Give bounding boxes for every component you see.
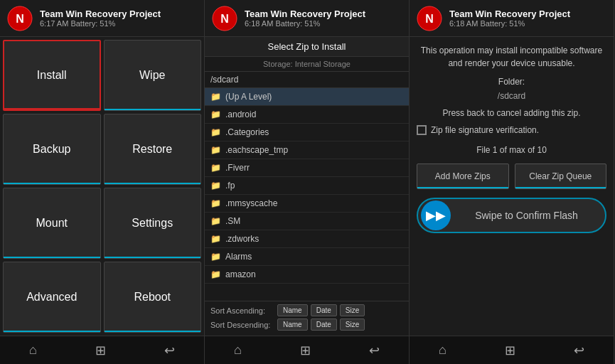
add-more-zips-button[interactable]: Add More Zips [417,164,509,189]
back-icon[interactable]: ↩ [164,343,175,358]
menu-icon-2[interactable]: ⊞ [300,343,311,358]
panel3-bottom-nav: ⌂ ⊞ ↩ [410,336,614,364]
panel2-header: N Team Win Recovery Project 6:18 AM Batt… [205,0,409,37]
panel2-title: Team Win Recovery Project [245,9,365,19]
svg-text:N: N [425,13,434,25]
cancel-text: Press back to cancel adding this zip. [417,108,606,118]
swipe-text: Swipe to Confirm Flash [451,210,602,221]
main-grid: Install Wipe Backup Restore Mount Settin… [0,37,204,336]
settings-button[interactable]: Settings [104,188,202,259]
twrp-logo-3: N [417,6,442,31]
folder-path: /sdcard [417,91,606,101]
twrp-logo-2: N [212,6,237,31]
panel1-bottom-nav: ⌂ ⊞ ↩ [0,336,204,364]
back-icon-2[interactable]: ↩ [369,343,380,358]
sort-ascending-row: Sort Ascending: Name Date Size [210,304,403,316]
swipe-confirm-flash-button[interactable]: ▶▶ Swipe to Confirm Flash [417,198,606,233]
folder-icon: 📁 [210,127,221,137]
folder-up-icon: 📁 [210,92,221,102]
reboot-button[interactable]: Reboot [104,262,202,333]
panel1-title: Team Win Recovery Project [40,9,161,19]
folder-icon: 📁 [210,109,221,119]
header-text-2: Team Win Recovery Project 6:18 AM Batter… [245,9,365,28]
svg-text:N: N [16,13,24,25]
sort-asc-size-button[interactable]: Size [340,304,365,316]
backup-button[interactable]: Backup [3,114,101,185]
list-item[interactable]: 📁 .zdworks [205,230,409,248]
folder-icon: 📁 [210,269,221,279]
back-icon-3[interactable]: ↩ [574,343,584,358]
sort-desc-size-button[interactable]: Size [340,318,365,331]
twrp-logo: N [7,6,33,31]
folder-icon: 📁 [210,163,221,173]
menu-icon-3[interactable]: ⊞ [505,343,515,358]
clear-zip-queue-button[interactable]: Clear Zip Queue [515,164,607,189]
list-item[interactable]: 📁 .android [205,106,409,124]
folder-icon: 📁 [210,234,221,244]
swipe-arrow-icon: ▶▶ [426,208,446,223]
list-item[interactable]: 📁 .SM [205,213,409,230]
list-item[interactable]: 📁 .fp [205,177,409,195]
header-text-1: Team Win Recovery Project 6:17 AM Batter… [40,9,161,28]
list-item[interactable]: 📁 .Categories [205,124,409,141]
file-list: 📁 (Up A Level) 📁 .android 📁 .Categories … [205,88,409,301]
storage-bar: Storage: Internal Storage [205,57,409,72]
home-icon-2[interactable]: ⌂ [234,343,242,358]
panel2-status: 6:18 AM Battery: 51% [245,19,365,28]
panel1-header: N Team Win Recovery Project 6:17 AM Batt… [0,0,204,37]
list-item[interactable]: 📁 Alarms [205,248,409,266]
file-item-up[interactable]: 📁 (Up A Level) [205,88,409,106]
panel2-content: Select Zip to Install Storage: Internal … [205,37,409,336]
folder-icon: 📁 [210,181,221,191]
action-buttons: Add More Zips Clear Zip Queue [417,164,606,189]
panel2-bottom-nav: ⌂ ⊞ ↩ [205,336,409,364]
install-button[interactable]: Install [3,40,101,111]
sort-asc-date-button[interactable]: Date [311,304,337,316]
file-count: File 1 of max of 10 [417,145,606,155]
svg-text:N: N [220,13,229,25]
mount-button[interactable]: Mount [3,188,101,259]
folder-icon: 📁 [210,198,221,208]
panel-main-menu: N Team Win Recovery Project 6:17 AM Batt… [0,0,205,364]
folder-icon: 📁 [210,252,221,262]
wipe-button[interactable]: Wipe [104,40,202,111]
sort-section: Sort Ascending: Name Date Size Sort Desc… [205,301,409,336]
menu-icon[interactable]: ⊞ [95,343,106,358]
panel3-title: Team Win Recovery Project [449,9,570,19]
list-item[interactable]: 📁 .Fiverr [205,159,409,177]
panel3-status: 6:18 AM Battery: 51% [449,19,570,28]
signature-checkbox[interactable] [417,125,427,135]
select-zip-title: Select Zip to Install [205,37,409,57]
panel-confirm-flash: N Team Win Recovery Project 6:18 AM Batt… [410,0,614,364]
sort-desc-name-button[interactable]: Name [277,318,308,331]
sort-desc-date-button[interactable]: Date [311,318,337,331]
home-icon-3[interactable]: ⌂ [439,343,446,358]
folder-icon: 📁 [210,145,221,155]
home-icon[interactable]: ⌂ [29,343,37,358]
sort-descending-row: Sort Descending: Name Date Size [210,318,403,331]
list-item[interactable]: 📁 .mmsyscache [205,195,409,213]
sort-ascending-label: Sort Ascending: [210,306,274,315]
panel-file-picker: N Team Win Recovery Project 6:18 AM Batt… [205,0,410,364]
restore-button[interactable]: Restore [104,114,202,185]
sort-asc-name-button[interactable]: Name [277,304,308,316]
sort-descending-label: Sort Descending: [210,321,274,329]
checkbox-row: Zip file signature verification. [417,125,606,135]
path-bar: /sdcard [205,72,409,88]
list-item[interactable]: 📁 amazon [205,266,409,284]
list-item[interactable]: 📁 .eachscape_tmp [205,141,409,159]
panel3-header: N Team Win Recovery Project 6:18 AM Batt… [410,0,614,37]
swipe-circle: ▶▶ [421,200,451,230]
header-text-3: Team Win Recovery Project 6:18 AM Batter… [449,9,570,28]
panel3-content: This operation may install incompatible … [410,37,614,336]
folder-label: Folder: [417,77,606,87]
folder-icon: 📁 [210,216,221,226]
advanced-button[interactable]: Advanced [3,262,101,333]
panel1-status: 6:17 AM Battery: 51% [40,19,161,28]
warning-text: This operation may install incompatible … [417,44,606,70]
signature-label: Zip file signature verification. [431,125,539,135]
